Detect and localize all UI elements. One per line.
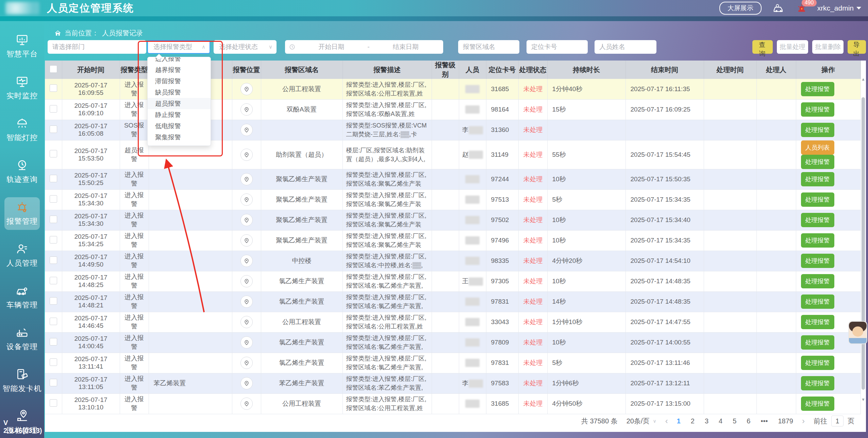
alarm-type-select[interactable]: 选择报警类型 ∧ [147,40,210,54]
sidebar-item-smart-light[interactable]: 智能灯控 [4,114,40,146]
batch-delete-button[interactable]: 批量删除 [812,40,844,54]
handle-alarm-button[interactable]: 处理报警 [801,335,834,350]
location-pin-button[interactable] [240,336,253,349]
next-page-button[interactable]: › [802,416,805,426]
scrollbar-thumb[interactable] [862,97,865,390]
sidebar-item-alarm-management[interactable]: 报警管理 [4,197,40,230]
big-screen-button[interactable]: 大屏展示 [719,2,762,15]
page-number-5[interactable]: 5 [733,417,736,425]
card-number-input[interactable] [527,43,588,51]
sidebar-item-card-dispenser[interactable]: 智能发卡机 [4,365,40,397]
sidebar-item-realtime-monitor[interactable]: 实时监控 [4,72,40,104]
card-number-field[interactable] [527,40,588,54]
row-checkbox[interactable] [50,358,57,366]
handle-alarm-button[interactable]: 处理报警 [801,82,834,96]
location-pin-button[interactable] [240,83,253,95]
location-pin-button[interactable] [240,149,253,161]
user-menu[interactable]: xrkc_admin [817,4,861,12]
sidebar-item-personnel-management[interactable]: 人员管理 [4,239,40,272]
batch-process-button[interactable]: 批量处理 [777,40,808,54]
dropdown-option[interactable]: 缺员报警 [148,87,211,98]
handle-alarm-button[interactable]: 处理报警 [801,294,834,309]
handle-alarm-button[interactable]: 处理报警 [801,192,834,207]
page-size-select[interactable]: 20条/页 ∨ [627,417,656,426]
select-all-checkbox[interactable] [50,65,57,73]
handle-alarm-button[interactable]: 处理报警 [801,233,834,248]
row-checkbox[interactable] [50,277,57,284]
dropdown-option[interactable]: 聚集报警 [148,132,211,143]
start-date-field[interactable]: 开始日期 [298,43,365,51]
handle-alarm-button[interactable]: 处理报警 [801,376,834,390]
person-name-field[interactable] [595,40,656,54]
page-number-1879[interactable]: 1879 [778,417,794,425]
status-select[interactable]: 选择处理状态 ∨ [214,40,277,54]
row-checkbox[interactable] [50,236,57,243]
department-input[interactable] [48,43,146,51]
department-select[interactable] [48,40,146,54]
handle-alarm-button[interactable]: 处理报警 [801,155,834,169]
goto-page-input[interactable]: 1 [831,416,844,426]
end-date-field[interactable]: 结束日期 [372,43,439,51]
prev-page-button[interactable]: ‹ [665,416,668,426]
location-pin-button[interactable] [240,296,253,308]
sidebar-item-track-query[interactable]: 轨迹查询 [4,155,40,188]
scroll-up-icon[interactable]: ▲ [861,77,865,82]
handle-alarm-button[interactable]: 处理报警 [801,397,834,411]
alarm-notifications-icon[interactable]: 490 [796,3,807,13]
dropdown-option[interactable]: 滞留报警 [148,75,211,87]
location-pin-button[interactable] [240,103,253,116]
row-checkbox[interactable] [50,297,57,305]
row-checkbox[interactable] [50,318,57,325]
vehicle-monitor-icon[interactable] [773,4,785,13]
location-pin-button[interactable] [240,124,253,136]
region-name-input[interactable] [458,43,519,51]
handle-alarm-button[interactable]: 处理报警 [801,172,834,186]
scroll-down-icon[interactable]: ▼ [861,397,865,402]
row-checkbox[interactable] [50,256,57,264]
location-pin-button[interactable] [240,398,253,410]
dropdown-option[interactable]: 超员报警 [148,98,211,109]
row-checkbox[interactable] [50,338,57,346]
row-checkbox[interactable] [50,195,57,203]
location-pin-button[interactable] [240,234,253,247]
handle-alarm-button[interactable]: 处理报警 [801,274,834,288]
row-checkbox[interactable] [50,125,57,133]
location-pin-button[interactable] [240,316,253,328]
location-pin-button[interactable] [240,193,253,206]
page-number-3[interactable]: 3 [705,417,708,425]
row-checkbox[interactable] [50,84,57,92]
handle-alarm-button[interactable]: 处理报警 [801,254,834,268]
sidebar-item-smart-platform[interactable]: 智慧平台 [4,30,40,63]
handle-alarm-button[interactable]: 处理报警 [801,123,834,137]
query-button[interactable]: 查 询 [752,40,773,54]
row-checkbox[interactable] [50,150,57,157]
date-range-picker[interactable]: 开始日期 - 结束日期 [285,40,443,54]
dropdown-option[interactable]: 静止报警 [148,109,211,120]
row-checkbox[interactable] [50,379,57,386]
dropdown-option[interactable]: 越界报警 [148,64,211,75]
location-pin-button[interactable] [240,357,253,369]
location-pin-button[interactable] [240,377,253,389]
handle-alarm-button[interactable]: 处理报警 [801,315,834,329]
location-pin-button[interactable] [240,214,253,226]
person-name-input[interactable] [595,43,656,51]
person-list-button[interactable]: 人员列表 [801,140,834,155]
page-number-4[interactable]: 4 [719,417,722,425]
row-checkbox[interactable] [50,105,57,113]
handle-alarm-button[interactable]: 处理报警 [801,102,834,117]
location-pin-button[interactable] [240,255,253,267]
row-checkbox[interactable] [50,175,57,182]
sidebar-item-device-management[interactable]: 设备管理 [4,323,40,355]
dropdown-option[interactable]: 低电报警 [148,120,211,132]
region-name-field[interactable] [458,40,519,54]
handle-alarm-button[interactable]: 处理报警 [801,213,834,227]
location-pin-button[interactable] [240,275,253,287]
sidebar-item-vehicle-management[interactable]: 车辆管理 [4,281,40,314]
location-pin-button[interactable] [240,173,253,185]
page-number-1[interactable]: 1 [677,417,681,425]
row-checkbox[interactable] [50,216,57,223]
export-button[interactable]: 导 出 [848,40,866,54]
table-scrollbar[interactable]: ▲ ▼ [861,76,866,403]
assistant-avatar-widget[interactable] [848,321,867,344]
page-number-6[interactable]: 6 [747,417,750,425]
